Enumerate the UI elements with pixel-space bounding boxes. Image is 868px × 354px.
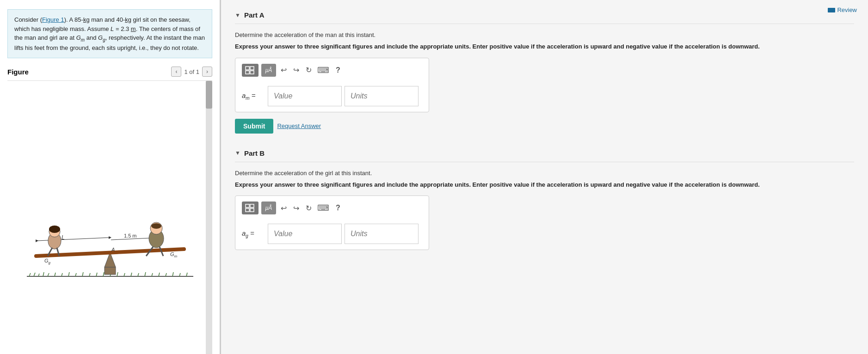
- part-a-mu-label: μÅ: [265, 67, 272, 73]
- part-a-label: Part A: [244, 11, 265, 19]
- svg-rect-52: [246, 208, 249, 212]
- part-b-redo-icon: ↪: [293, 204, 299, 212]
- part-a-toolbar: μÅ ↩ ↪ ↻ ⌨ ?: [242, 64, 422, 80]
- svg-line-23: [172, 272, 173, 276]
- svg-line-24: [179, 273, 180, 276]
- seesaw-figure: A L 1.5 m Gg Gm: [18, 151, 203, 285]
- page-indicator: 1 of 1: [184, 68, 199, 75]
- svg-line-17: [131, 273, 132, 276]
- part-a-undo-icon: ↩: [281, 66, 287, 74]
- part-b-equation-label: ag =: [242, 229, 265, 238]
- figure-header: Figure ‹ 1 of 1 ›: [7, 63, 212, 81]
- part-b-undo-button[interactable]: ↩: [279, 203, 289, 214]
- part-b-help-icon: ?: [336, 204, 340, 212]
- part-a-submit-button[interactable]: Submit: [235, 119, 273, 134]
- part-a-description: Determine the acceleration of the man at…: [235, 31, 854, 38]
- svg-line-16: [124, 273, 125, 276]
- svg-point-43: [151, 223, 161, 229]
- svg-line-13: [103, 272, 104, 276]
- scrollbar-thumb[interactable]: [206, 81, 212, 109]
- svg-line-12: [96, 273, 97, 276]
- part-a-instructions: Express your answer to three significant…: [235, 42, 854, 51]
- svg-line-20: [152, 273, 153, 276]
- part-b-answer-box: μÅ ↩ ↪ ↻ ⌨ ? ag =: [235, 195, 429, 250]
- part-b-mu-label: μÅ: [265, 205, 272, 211]
- svg-line-10: [82, 272, 83, 276]
- part-b-description: Determine the acceleration of the girl a…: [235, 170, 854, 177]
- part-b-refresh-icon: ↻: [306, 204, 312, 212]
- figure-area: A L 1.5 m Gg Gm: [7, 81, 212, 354]
- svg-text:1.5 m: 1.5 m: [124, 233, 137, 238]
- part-b-redo-button[interactable]: ↪: [291, 203, 301, 214]
- svg-text:L: L: [62, 234, 65, 241]
- part-a-units-input[interactable]: [345, 86, 419, 106]
- next-figure-button[interactable]: ›: [202, 67, 212, 77]
- part-b-header: ▼ Part B: [235, 143, 854, 162]
- svg-line-21: [159, 273, 160, 276]
- review-link[interactable]: Review: [828, 6, 857, 13]
- right-panel: Review ▼ Part A Determine the accelerati…: [221, 0, 868, 354]
- part-b-units-input[interactable]: [345, 224, 419, 244]
- svg-rect-50: [246, 204, 249, 208]
- part-b-collapse-arrow[interactable]: ▼: [235, 150, 240, 156]
- svg-line-18: [138, 273, 139, 276]
- review-label: Review: [837, 6, 857, 13]
- svg-line-25: [186, 273, 187, 276]
- part-b-toolbar: μÅ ↩ ↪ ↻ ⌨ ?: [242, 201, 422, 218]
- svg-line-4: [43, 272, 44, 276]
- figure-link[interactable]: Figure 1: [42, 16, 64, 23]
- part-b-label: Part B: [244, 149, 265, 157]
- part-b-mu-button[interactable]: μÅ: [261, 201, 276, 214]
- part-b-refresh-button[interactable]: ↻: [304, 203, 314, 214]
- part-b-instructions: Express your answer to three significant…: [235, 180, 854, 189]
- part-a-matrix-button[interactable]: [242, 64, 259, 77]
- prev-figure-button[interactable]: ‹: [171, 67, 181, 77]
- part-a-help-button[interactable]: ?: [333, 65, 343, 75]
- svg-line-7: [62, 273, 62, 276]
- figure-nav: ‹ 1 of 1 ›: [171, 67, 212, 77]
- part-a-refresh-icon: ↻: [306, 66, 312, 74]
- svg-rect-49: [250, 71, 254, 74]
- svg-text:Gg: Gg: [44, 258, 51, 265]
- svg-line-15: [117, 272, 118, 276]
- part-a-undo-button[interactable]: ↩: [279, 65, 289, 75]
- svg-rect-26: [105, 267, 116, 275]
- svg-rect-53: [250, 208, 254, 212]
- svg-point-38: [49, 226, 60, 233]
- svg-line-2: [34, 273, 35, 276]
- svg-line-5: [48, 273, 49, 276]
- part-a-help-icon: ?: [336, 66, 340, 74]
- part-a-input-row: am =: [242, 86, 422, 106]
- svg-rect-47: [250, 67, 254, 70]
- svg-rect-51: [250, 204, 254, 208]
- part-a-redo-icon: ↪: [293, 66, 299, 74]
- part-b-input-row: ag =: [242, 224, 422, 244]
- part-b-keyboard-icon: ⌨: [317, 203, 329, 213]
- part-a-answer-box: μÅ ↩ ↪ ↻ ⌨ ?: [235, 58, 429, 112]
- part-b-value-input[interactable]: [268, 224, 342, 244]
- svg-line-8: [68, 272, 69, 276]
- left-panel: Consider (Figure 1). A 85-kg man and 40-…: [0, 0, 221, 354]
- part-a-redo-button[interactable]: ↪: [291, 65, 301, 75]
- part-b-matrix-button[interactable]: [242, 201, 259, 214]
- problem-text: Consider (Figure 1). A 85-kg man and 40-…: [7, 9, 212, 58]
- scroll-area[interactable]: [206, 81, 212, 354]
- svg-line-19: [145, 272, 146, 276]
- part-a-keyboard-icon: ⌨: [317, 66, 329, 75]
- part-a-equation-label: am =: [242, 92, 265, 101]
- svg-line-9: [75, 273, 76, 276]
- part-a-request-answer-button[interactable]: Request Answer: [277, 122, 321, 129]
- review-icon: [828, 8, 835, 12]
- svg-line-22: [166, 273, 166, 276]
- part-a-keyboard-button[interactable]: ⌨: [316, 64, 330, 76]
- part-a-value-input[interactable]: [268, 86, 342, 106]
- part-b-keyboard-button[interactable]: ⌨: [316, 202, 330, 214]
- part-b-help-button[interactable]: ?: [333, 203, 343, 213]
- svg-line-6: [55, 273, 55, 276]
- part-a-collapse-arrow[interactable]: ▼: [235, 12, 240, 18]
- part-a-mu-button[interactable]: μÅ: [261, 64, 276, 77]
- part-b-undo-icon: ↩: [281, 204, 287, 212]
- svg-text:Gm: Gm: [170, 251, 178, 258]
- part-a-refresh-button[interactable]: ↻: [304, 65, 314, 75]
- part-a-section: ▼ Part A Determine the acceleration of t…: [235, 5, 854, 134]
